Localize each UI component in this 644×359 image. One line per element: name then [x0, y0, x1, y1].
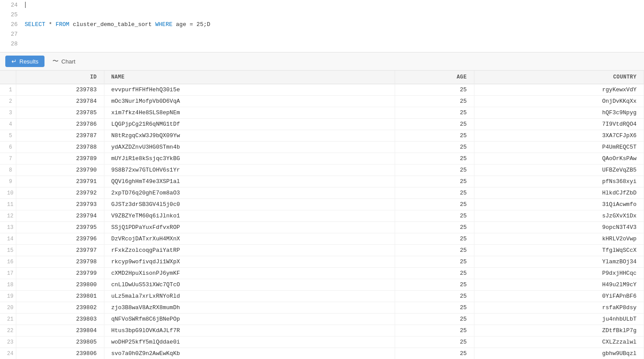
table-row: 24239806svo7a0h0Z9n2AwEwKqKb25gbhw9UBqzl: [0, 348, 644, 359]
cell-age: 25: [395, 187, 474, 199]
cell-id: 239792: [16, 187, 104, 199]
cell-id: 239798: [16, 256, 104, 268]
cell-country: sJzGXvX1Dx: [474, 210, 644, 222]
cell-country: OnjDvKKqXx: [474, 96, 644, 107]
header-age: AGE: [395, 71, 474, 84]
table-header-row: ID NAME AGE COUNTRY: [0, 71, 644, 84]
table-row: 2239784mOc3NurlMofpVb0D6VqA25OnjDvKKqXx: [0, 96, 644, 107]
cell-name: Htus3bpG9lOVKdAJLf7R: [104, 325, 395, 337]
cell-country: P9dxjHHCqc: [474, 268, 644, 279]
cell-row-num: 20: [0, 302, 16, 314]
cell-age: 25: [395, 130, 474, 142]
chart-button[interactable]: 〜 Chart: [48, 55, 80, 67]
chart-icon: 〜: [52, 57, 59, 65]
cell-age: 25: [395, 302, 474, 314]
cell-age: 25: [395, 84, 474, 96]
cell-id: 239804: [16, 325, 104, 337]
cell-age: 25: [395, 268, 474, 279]
cell-country: H49u2lM9cY: [474, 279, 644, 291]
cell-name: LQGPjpCg21R6qNMG1tDf: [104, 119, 395, 130]
cell-country: ZDtfBklP7g: [474, 325, 644, 337]
cell-name: ydAXZDZnvU3HG0STmn4b: [104, 142, 395, 153]
cell-name: cnLlDwUuS53iXWc7QTcO: [104, 279, 395, 291]
cell-id: 239786: [16, 119, 104, 130]
cell-country: TfglWqSCcX: [474, 245, 644, 256]
results-table: ID NAME AGE COUNTRY 1239783evvpurfHFHfHe…: [0, 71, 644, 359]
header-row-num: [0, 71, 16, 84]
cell-name: evvpurfHFHfHehQ30i5e: [104, 84, 395, 96]
cell-row-num: 2: [0, 96, 16, 107]
cell-age: 25: [395, 142, 474, 153]
cell-country: UFBZeVqZB5: [474, 165, 644, 176]
table-row: 9239791QQVl6ghHmT49e3XSP1al25pfNs368xyi: [0, 176, 644, 187]
cell-age: 25: [395, 348, 474, 359]
cell-age: 25: [395, 176, 474, 187]
cell-name: SSjQ1PDPaYuxFdfvxROP: [104, 222, 395, 233]
cell-name: GJSTz3drSB3GV4l5j0c0: [104, 199, 395, 210]
cell-age: 25: [395, 291, 474, 302]
code-line-26: 26 SELECT * FROM cluster_demo_table_sort…: [0, 19, 644, 29]
table-row: 4239786LQGPjpCg21R6qNMG1tDf257I9VtdRQO4: [0, 119, 644, 130]
table-row: 14239796DzVRcojDATxrXuH4MXnX25kHRLV2oVwp: [0, 233, 644, 245]
cell-row-num: 14: [0, 233, 16, 245]
cell-id: 239795: [16, 222, 104, 233]
cell-id: 239788: [16, 142, 104, 153]
table-body: 1239783evvpurfHFHfHehQ30i5e25rgyKewxVdY2…: [0, 84, 644, 359]
cell-row-num: 15: [0, 245, 16, 256]
cell-age: 25: [395, 279, 474, 291]
cell-row-num: 13: [0, 222, 16, 233]
cell-name: mUYJiR1e8kSsjqc3YkBG: [104, 153, 395, 165]
cell-country: rsfaKP8dsy: [474, 302, 644, 314]
cell-age: 25: [395, 153, 474, 165]
cell-id: 239785: [16, 107, 104, 119]
cell-row-num: 18: [0, 279, 16, 291]
cell-country: P4UmREQC5T: [474, 142, 644, 153]
table-row: 18239800cnLlDwUuS53iXWc7QTcO25H49u2lM9cY: [0, 279, 644, 291]
cell-age: 25: [395, 165, 474, 176]
code-line-27: 27: [0, 29, 644, 39]
cell-name: cXMD2HpuXisonPJ6ymKF: [104, 268, 395, 279]
cell-age: 25: [395, 210, 474, 222]
cell-row-num: 21: [0, 314, 16, 325]
table-row: 19239801uLz5mala7xrLxRNYoRld250YiFAPnBF6: [0, 291, 644, 302]
cell-age: 25: [395, 119, 474, 130]
cell-country: 0YiFAPnBF6: [474, 291, 644, 302]
cell-name: rFxkZzolcoqgPaiYatRP: [104, 245, 395, 256]
cell-name: N8tRzgqCxW3J9bQX09Yw: [104, 130, 395, 142]
cell-country: 31QiAcwmfo: [474, 199, 644, 210]
cell-id: 239783: [16, 84, 104, 96]
cell-row-num: 19: [0, 291, 16, 302]
table-row: 23239805woDHP25kfY5mlQddae0i25CXLZzzalwl: [0, 337, 644, 348]
cell-country: ju4nhbULbT: [474, 314, 644, 325]
cell-age: 25: [395, 199, 474, 210]
cell-row-num: 10: [0, 187, 16, 199]
cell-country: kHRLV2oVwp: [474, 233, 644, 245]
cell-name: qNFVoSWRfm8C6jBNePOp: [104, 314, 395, 325]
cell-row-num: 16: [0, 256, 16, 268]
cell-name: DzVRcojDATxrXuH4MXnX: [104, 233, 395, 245]
code-editor: 24 25 26 SELECT * FROM cluster_demo_tabl…: [0, 0, 644, 52]
table-row: 11239793GJSTz3drSB3GV4l5j0c02531QiAcwmfo: [0, 199, 644, 210]
results-button[interactable]: ↵ Results: [5, 56, 44, 67]
cell-row-num: 6: [0, 142, 16, 153]
cell-country: 7I9VtdRQO4: [474, 119, 644, 130]
table-row: 102397922xpTD76q20ghE7om8aO325HlkdCJfZbD: [0, 187, 644, 199]
cell-age: 25: [395, 233, 474, 245]
cell-row-num: 1: [0, 84, 16, 96]
cell-row-num: 17: [0, 268, 16, 279]
cell-id: 239800: [16, 279, 104, 291]
cell-row-num: 22: [0, 325, 16, 337]
cell-name: rkcyp9wofivqdJi1WXpX: [104, 256, 395, 268]
cell-row-num: 7: [0, 153, 16, 165]
results-table-container: ID NAME AGE COUNTRY 1239783evvpurfHFHfHe…: [0, 71, 644, 359]
code-line-24: 24: [0, 0, 644, 10]
cell-id: 239793: [16, 199, 104, 210]
table-row: 16239798rkcyp9wofivqdJi1WXpX25YlamzBOj34: [0, 256, 644, 268]
cell-age: 25: [395, 245, 474, 256]
cell-name: xim7fkz4He8SLS8epNEm: [104, 107, 395, 119]
cell-country: 3XA7CFJpX6: [474, 130, 644, 142]
cell-id: 239802: [16, 302, 104, 314]
cell-age: 25: [395, 107, 474, 119]
code-line-28: 28: [0, 39, 644, 49]
cell-name: mOc3NurlMofpVb0D6VqA: [104, 96, 395, 107]
